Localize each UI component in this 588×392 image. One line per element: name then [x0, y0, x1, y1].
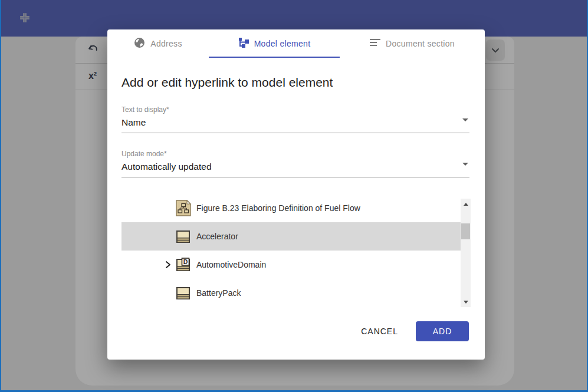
app-window: x² Address	[0, 0, 588, 392]
update-mode-select[interactable]: Update mode* Automatically updated	[121, 150, 469, 177]
tab-label: Document section	[386, 39, 455, 48]
tab-document-section[interactable]: Document section	[340, 29, 485, 58]
block-icon	[176, 229, 191, 244]
hyperlink-dialog: Address Model element	[107, 29, 485, 360]
dropdown-arrow-icon	[462, 163, 468, 166]
scroll-up-button[interactable]	[461, 200, 471, 208]
tree-item-label: AutomotiveDomain	[196, 260, 266, 269]
dropdown-arrow-icon	[462, 118, 468, 121]
triangle-down-icon	[464, 301, 468, 304]
dialog-tab-bar: Address Model element	[107, 29, 485, 58]
tab-label: Address	[150, 39, 182, 48]
field-value: Automatically updated	[121, 161, 469, 173]
cancel-button[interactable]: CANCEL	[354, 322, 405, 341]
tab-label: Model element	[254, 39, 311, 48]
block-d-icon: D	[176, 258, 191, 272]
tree-item-accelerator[interactable]: Accelerator	[121, 222, 471, 251]
section-lines-icon	[370, 38, 380, 50]
scroll-down-button[interactable]	[461, 298, 471, 306]
model-tree-icon	[238, 38, 249, 50]
tree-item-label: Accelerator	[196, 232, 238, 241]
tree-item-automotivedomain[interactable]: D AutomotiveDomain	[121, 251, 471, 279]
tree-item-batterypack[interactable]: BatteryPack	[121, 279, 471, 307]
tree-item-label: Figure B.23 Elaboring Definition of Fuel…	[196, 203, 360, 213]
diagram-icon	[176, 200, 191, 216]
globe-icon	[134, 37, 145, 50]
dialog-actions: CANCEL ADD	[354, 321, 469, 341]
expand-chevron-icon[interactable]	[164, 260, 176, 269]
tree-item-figure[interactable]: Figure B.23 Elaboring Definition of Fuel…	[121, 194, 471, 222]
scroll-thumb[interactable]	[461, 223, 470, 239]
tab-model-element[interactable]: Model element	[209, 29, 340, 58]
model-element-tree: Figure B.23 Elaboring Definition of Fuel…	[121, 194, 471, 307]
add-button[interactable]: ADD	[416, 321, 469, 341]
active-tab-indicator	[209, 57, 340, 58]
block-icon	[176, 286, 191, 301]
field-label: Update mode*	[121, 150, 469, 158]
triangle-up-icon	[464, 203, 468, 206]
text-to-display-select[interactable]: Text to display* Name	[121, 106, 469, 133]
tree-scrollbar[interactable]	[461, 199, 471, 307]
dialog-title: Add or edit hyperlink to model element	[121, 75, 471, 90]
tab-address[interactable]: Address	[107, 29, 209, 58]
field-label: Text to display*	[121, 106, 469, 114]
svg-text:D: D	[183, 258, 188, 265]
tree-item-label: BatteryPack	[196, 288, 241, 298]
field-value: Name	[121, 117, 469, 129]
